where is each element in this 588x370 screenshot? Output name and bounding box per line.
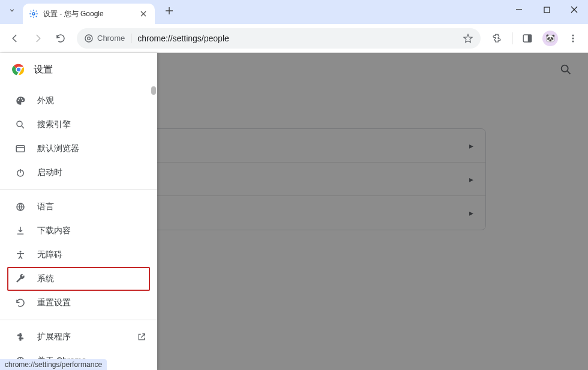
svg-rect-18 [16, 146, 25, 152]
sidebar-item-label: 外观 [37, 95, 54, 106]
download-icon [14, 225, 26, 237]
globe-icon [14, 201, 26, 213]
svg-point-6 [572, 34, 574, 36]
search-icon [14, 119, 26, 131]
sidebar-nav-list: 外观 搜索引擎 默认浏览器 启动时 语言 [0, 86, 157, 370]
scrollbar-up-arrow[interactable] [151, 86, 156, 95]
sidebar-item-languages[interactable]: 语言 [0, 195, 157, 219]
sidebar-header: 设置 [0, 53, 157, 86]
sidebar-item-label: 启动时 [37, 167, 62, 178]
svg-rect-5 [528, 35, 532, 42]
tab-close-button[interactable] [138, 8, 149, 19]
puzzle-icon [14, 331, 26, 343]
sidebar-item-label: 默认浏览器 [37, 143, 79, 154]
link-status-hint: chrome://settings/performance [0, 359, 107, 370]
search-icon [559, 63, 572, 76]
arrow-right-icon [32, 33, 43, 44]
chevron-down-icon [8, 6, 16, 14]
sidebar-item-appearance[interactable]: 外观 [0, 89, 157, 113]
svg-point-0 [32, 13, 35, 15]
sidebar-item-label: 搜索引擎 [37, 119, 71, 130]
avatar-icon: 🐼 [542, 31, 558, 46]
close-icon [571, 6, 578, 13]
bookmark-button[interactable] [463, 33, 473, 44]
sidebar-item-search-engine[interactable]: 搜索引擎 [0, 113, 157, 137]
accessibility-icon [14, 249, 26, 261]
panel-row-services[interactable]: gle 服务 ▸ [103, 163, 485, 196]
omnibox-chip-label: Chrome [97, 34, 125, 43]
sidepanel-icon [522, 33, 533, 44]
chrome-menu-button[interactable] [563, 28, 583, 49]
chrome-logo-icon [12, 63, 25, 76]
svg-point-17 [17, 121, 22, 127]
sidebar-item-accessibility[interactable]: 无障碍 [0, 243, 157, 267]
sidebar-item-extensions[interactable]: 扩展程序 [0, 325, 157, 349]
panel-row[interactable]: ▸ [103, 129, 485, 163]
side-panel-button[interactable] [517, 28, 538, 49]
settings-panel: ▸ gle 服务 ▸ ▸ [102, 128, 486, 230]
svg-point-2 [85, 35, 92, 42]
nav-back-button[interactable] [5, 28, 25, 49]
browser-tab[interactable]: 设置 - 您与 Google [23, 4, 155, 24]
nav-reload-button[interactable] [50, 28, 71, 49]
sidebar-item-reset[interactable]: 重置设置 [0, 291, 157, 315]
sidebar-item-on-startup[interactable]: 启动时 [0, 161, 157, 185]
palette-icon [14, 95, 26, 107]
sidebar-item-label: 下载内容 [37, 225, 71, 236]
browser-toolbar: Chrome chrome://settings/people 🐼 [0, 24, 588, 53]
plus-icon [165, 7, 173, 15]
sidebar-item-label: 扩展程序 [37, 332, 71, 342]
power-icon [14, 167, 26, 179]
settings-sidebar: 设置 外观 搜索引擎 默认浏览器 启动时 [0, 53, 157, 370]
svg-point-14 [19, 98, 20, 100]
puzzle-icon [491, 33, 502, 44]
sidebar-item-downloads[interactable]: 下载内容 [0, 219, 157, 243]
svg-point-8 [572, 40, 574, 42]
sidebar-item-label: 语言 [37, 201, 54, 212]
svg-point-21 [20, 251, 22, 252]
tab-title: 设置 - 您与 Google [43, 9, 133, 19]
sidebar-divider [0, 189, 157, 190]
sidebar-scrollbar[interactable] [151, 86, 156, 370]
extensions-button[interactable] [487, 28, 507, 49]
sidebar-item-label: 无障碍 [37, 249, 62, 260]
omnibox-site-chip[interactable]: Chrome [84, 34, 131, 43]
chevron-right-icon: ▸ [469, 141, 473, 151]
restore-icon [14, 297, 26, 309]
svg-rect-1 [544, 7, 550, 13]
wrench-icon [14, 273, 26, 285]
panel-row[interactable]: ▸ [103, 196, 485, 230]
sidebar-item-default-browser[interactable]: 默认浏览器 [0, 137, 157, 161]
svg-point-16 [22, 100, 23, 101]
browser-window-icon [14, 143, 26, 155]
svg-point-3 [88, 37, 91, 40]
window-maximize-button[interactable] [533, 0, 560, 19]
sidebar-item-system[interactable]: 系统 [7, 267, 150, 291]
maximize-icon [544, 7, 550, 13]
chrome-logo-icon [84, 34, 94, 43]
sidebar-item-label: 重置设置 [37, 297, 71, 308]
sidebar-item-label: 系统 [37, 273, 54, 284]
omnibox-url: chrome://settings/people [137, 34, 229, 43]
external-link-icon [137, 332, 146, 342]
window-close-button[interactable] [560, 0, 588, 19]
settings-search-button[interactable] [556, 59, 576, 80]
tab-search-button[interactable] [4, 2, 20, 19]
sidebar-divider [0, 320, 157, 320]
svg-point-9 [562, 65, 568, 72]
star-icon [463, 33, 473, 44]
window-titlebar: 设置 - 您与 Google [0, 0, 588, 24]
profile-button[interactable]: 🐼 [540, 28, 560, 49]
nav-forward-button[interactable] [28, 28, 48, 49]
chevron-right-icon: ▸ [469, 175, 473, 184]
svg-point-13 [18, 100, 19, 101]
omnibox[interactable]: Chrome chrome://settings/people [77, 28, 481, 49]
window-controls [505, 0, 588, 24]
kebab-icon [568, 34, 578, 43]
minimize-icon [515, 6, 523, 13]
window-minimize-button[interactable] [505, 0, 533, 19]
toolbar-divider [512, 32, 512, 44]
svg-point-15 [21, 98, 22, 100]
new-tab-button[interactable] [161, 2, 178, 19]
reload-icon [55, 33, 66, 44]
